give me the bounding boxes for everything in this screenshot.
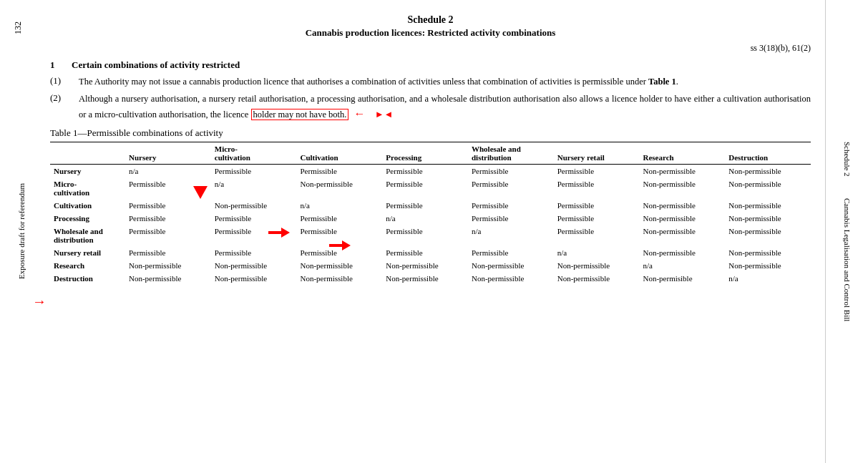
cell-5-nursery_retail: n/a xyxy=(554,246,640,259)
cell-7-nursery: Non-permissible xyxy=(125,272,211,285)
right-margin-schedule: Schedule 2 xyxy=(843,142,852,177)
cell-4-nursery_retail: Permissible xyxy=(554,225,640,246)
cell-2-label: Cultivation xyxy=(50,199,125,212)
cell-7-destruction: n/a xyxy=(725,272,811,285)
double-arrow-icon: ►◄ xyxy=(375,109,394,120)
section-reference: ss 3(18)(b), 61(2) xyxy=(50,43,811,54)
cell-5-micro: Permissible xyxy=(211,246,297,259)
cell-3-research: Non-permissible xyxy=(640,212,726,225)
highlight-text: holder may not have both. xyxy=(251,109,349,120)
cell-7-cultivation: Non-permissible xyxy=(297,272,383,285)
cell-1-destruction: Non-permissible xyxy=(725,177,811,199)
cell-3-nursery: Permissible xyxy=(125,212,211,225)
right-margin-bill: Cannabis Legalisation and Control Bill xyxy=(843,198,852,321)
table-row: Micro- cultivationPermissiblen/aNon-perm… xyxy=(50,177,811,199)
col-header-nursery-retail: Nursery retail xyxy=(554,142,640,165)
cell-4-cultivation: Permissible xyxy=(297,225,383,246)
paragraph-1: (1) The Authority may not issue a cannab… xyxy=(50,75,811,88)
cell-3-processing: n/a xyxy=(382,212,468,225)
cell-0-nursery: n/a xyxy=(125,165,211,178)
para2-text: Although a nursery authorisation, a nurs… xyxy=(79,92,811,122)
cell-7-research: Non-permisible xyxy=(640,272,726,285)
cell-7-wholesale: Non-permissible xyxy=(468,272,554,285)
cell-2-cultivation: n/a xyxy=(297,199,383,212)
cell-2-micro: Non-permissible xyxy=(211,199,297,212)
cell-4-micro: Permissible xyxy=(211,225,297,246)
para1-num: (1) xyxy=(50,75,79,88)
cell-6-nursery: Non-permissible xyxy=(125,259,211,272)
cell-7-label: Destruction xyxy=(50,272,125,285)
cell-4-processing: Permissible xyxy=(382,225,468,246)
document-title-line1: Schedule 2 xyxy=(50,14,811,26)
col-header-wholesale: Wholesale anddistribution xyxy=(468,142,554,165)
table-row: Nurseryn/aPermissiblePermissiblePermissi… xyxy=(50,165,811,178)
cell-0-label: Nursery xyxy=(50,165,125,178)
cell-3-cultivation: Permissible xyxy=(297,212,383,225)
cell-3-destruction: Non-permissible xyxy=(725,212,811,225)
cell-1-label: Micro- cultivation xyxy=(50,177,125,199)
cell-4-wholesale: n/a xyxy=(468,225,554,246)
cell-6-destruction: Non-permissible xyxy=(725,259,811,272)
table-title: Table 1—Permissible combinations of acti… xyxy=(50,127,811,139)
cell-7-micro: Non-permissible xyxy=(211,272,297,285)
col-header-micro: Micro-cultivation xyxy=(211,142,297,165)
cell-7-nursery_retail: Non-permissible xyxy=(554,272,640,285)
left-margin-label: Exposure draft for referendum xyxy=(17,183,26,279)
right-margin: Schedule 2 Cannabis Legalisation and Con… xyxy=(825,0,868,463)
page-number: 132 xyxy=(13,21,24,34)
cell-2-wholesale: Permissible xyxy=(468,199,554,212)
cell-4-nursery: Permissible xyxy=(125,225,211,246)
cell-0-nursery_retail: Permissible xyxy=(554,165,640,178)
cell-2-destruction: Non-permissible xyxy=(725,199,811,212)
cell-0-processing: Permissible xyxy=(382,165,468,178)
para2-num: (2) xyxy=(50,92,79,122)
section1-number: 1 xyxy=(50,59,72,71)
cell-5-label: Nursery retail xyxy=(50,246,125,259)
table-row: ResearchNon-permissibleNon-permissibleNo… xyxy=(50,259,811,272)
cell-4-destruction: Non-permissible xyxy=(725,225,811,246)
section1-heading: Certain combinations of activity restric… xyxy=(72,59,240,71)
cell-5-research: Non-permissible xyxy=(640,246,726,259)
paragraph-2: (2) Although a nursery authorisation, a … xyxy=(50,92,811,122)
main-content: Schedule 2 Cannabis production licences:… xyxy=(43,0,825,463)
table-row: CultivationPermissibleNon-permissiblen/a… xyxy=(50,199,811,212)
cell-1-research: Non-permissible xyxy=(640,177,726,199)
cell-5-destruction: Non-permissible xyxy=(725,246,811,259)
cell-2-nursery: Permissible xyxy=(125,199,211,212)
table-row: ProcessingPermissiblePermissiblePermissi… xyxy=(50,212,811,225)
cell-1-nursery_retail: Permissible xyxy=(554,177,640,199)
cell-1-nursery: Permissible xyxy=(125,177,211,199)
right-arrow-icon: ← xyxy=(354,107,366,120)
para1-text: The Authority may not issue a cannabis p… xyxy=(79,75,811,88)
cell-6-nursery_retail: Non-permissible xyxy=(554,259,640,272)
cell-6-research: n/a xyxy=(640,259,726,272)
cell-2-processing: Permissible xyxy=(382,199,468,212)
cell-2-research: Non-permissible xyxy=(640,199,726,212)
table-row: Wholesale and distributionPermissiblePer… xyxy=(50,225,811,246)
cell-1-wholesale: Permissible xyxy=(468,177,554,199)
cell-5-processing: Permissible xyxy=(382,246,468,259)
cell-6-label: Research xyxy=(50,259,125,272)
cell-6-cultivation: Non-permissible xyxy=(297,259,383,272)
col-header-processing: Processing xyxy=(382,142,468,165)
document-title-line2: Cannabis production licences: Restricted… xyxy=(50,27,811,39)
cell-6-processing: Non-permissible xyxy=(382,259,468,272)
cell-5-wholesale: Permissible xyxy=(468,246,554,259)
cell-3-wholesale: Permissible xyxy=(468,212,554,225)
activity-table: Nursery Micro-cultivation Cultivation Pr… xyxy=(50,142,811,285)
cell-4-label: Wholesale and distribution xyxy=(50,225,125,246)
col-header-rowlabel xyxy=(50,142,125,165)
cell-0-micro: Permissible xyxy=(211,165,297,178)
cell-7-processing: Non-permissible xyxy=(382,272,468,285)
col-header-cultivation: Cultivation xyxy=(297,142,383,165)
table-row: Nursery retailPermissiblePermissiblePerm… xyxy=(50,246,811,259)
cell-1-cultivation: Non-permissible xyxy=(297,177,383,199)
table-container: Nursery Micro-cultivation Cultivation Pr… xyxy=(50,142,811,285)
col-header-research: Research xyxy=(640,142,726,165)
cell-0-destruction: Non-permissible xyxy=(725,165,811,178)
cell-6-wholesale: Non-permissible xyxy=(468,259,554,272)
col-header-destruction: Destruction xyxy=(725,142,811,165)
cell-2-nursery_retail: Permissible xyxy=(554,199,640,212)
cell-0-wholesale: Permissible xyxy=(468,165,554,178)
cell-3-micro: Permissible xyxy=(211,212,297,225)
